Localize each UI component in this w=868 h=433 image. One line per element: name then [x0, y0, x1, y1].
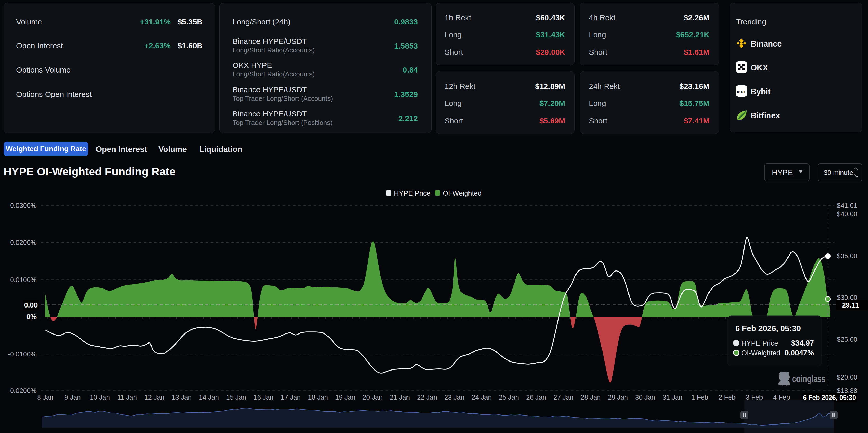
svg-text:14 Jan: 14 Jan	[199, 393, 219, 401]
svg-text:OI-Weighted: OI-Weighted	[741, 349, 780, 357]
svg-text:28 Jan: 28 Jan	[581, 393, 601, 401]
svg-text:$40.00: $40.00	[837, 210, 858, 218]
svg-text:11 Jan: 11 Jan	[117, 393, 137, 401]
svg-text:0.0200%: 0.0200%	[10, 239, 36, 246]
svg-text:-0.0200%: -0.0200%	[8, 387, 36, 394]
svg-text:-0.0100%: -0.0100%	[8, 350, 36, 358]
svg-text:4 Feb: 4 Feb	[773, 393, 790, 401]
svg-text:16 Jan: 16 Jan	[253, 393, 274, 401]
svg-text:0%: 0%	[27, 313, 36, 321]
svg-text:coinglass: coinglass	[792, 374, 826, 384]
svg-text:13 Jan: 13 Jan	[172, 393, 192, 401]
svg-text:0.0100%: 0.0100%	[10, 276, 36, 284]
svg-text:1 Feb: 1 Feb	[691, 393, 709, 401]
svg-text:23 Jan: 23 Jan	[444, 393, 464, 401]
svg-text:29.11: 29.11	[842, 301, 859, 309]
svg-text:3 Feb: 3 Feb	[746, 393, 763, 401]
svg-text:HYPE Price: HYPE Price	[741, 339, 778, 347]
svg-text:9 Jan: 9 Jan	[64, 393, 81, 401]
svg-text:20 Jan: 20 Jan	[363, 393, 382, 401]
svg-text:0.00: 0.00	[24, 301, 38, 309]
svg-text:22 Jan: 22 Jan	[417, 393, 437, 401]
svg-text:24 Jan: 24 Jan	[471, 393, 492, 401]
svg-text:$25.00: $25.00	[837, 336, 858, 343]
svg-text:27 Jan: 27 Jan	[553, 393, 574, 401]
svg-text:0.0300%: 0.0300%	[10, 202, 36, 209]
svg-text:6 Feb 2026, 05:30: 6 Feb 2026, 05:30	[735, 324, 801, 333]
svg-text:8 Jan: 8 Jan	[37, 393, 54, 401]
svg-text:30 Jan: 30 Jan	[635, 393, 655, 401]
svg-text:29 Jan: 29 Jan	[608, 393, 628, 401]
svg-text:25 Jan: 25 Jan	[499, 393, 519, 401]
svg-text:6 Feb 2026, 05:30: 6 Feb 2026, 05:30	[803, 394, 856, 401]
svg-text:0.0047%: 0.0047%	[785, 349, 814, 357]
svg-text:$20.00: $20.00	[837, 373, 858, 381]
svg-text:17 Jan: 17 Jan	[281, 393, 301, 401]
svg-text:31 Jan: 31 Jan	[662, 393, 683, 401]
svg-text:19 Jan: 19 Jan	[335, 393, 355, 401]
svg-text:26 Jan: 26 Jan	[526, 393, 546, 401]
svg-text:18 Jan: 18 Jan	[308, 393, 328, 401]
svg-text:10 Jan: 10 Jan	[90, 393, 110, 401]
svg-text:21 Jan: 21 Jan	[390, 393, 410, 401]
svg-text:15 Jan: 15 Jan	[226, 393, 246, 401]
svg-text:2 Feb: 2 Feb	[718, 393, 736, 401]
svg-text:$41.01: $41.01	[837, 202, 858, 209]
svg-text:12 Jan: 12 Jan	[144, 393, 164, 401]
svg-text:$34.97: $34.97	[791, 339, 814, 347]
svg-text:$35.00: $35.00	[837, 252, 858, 260]
